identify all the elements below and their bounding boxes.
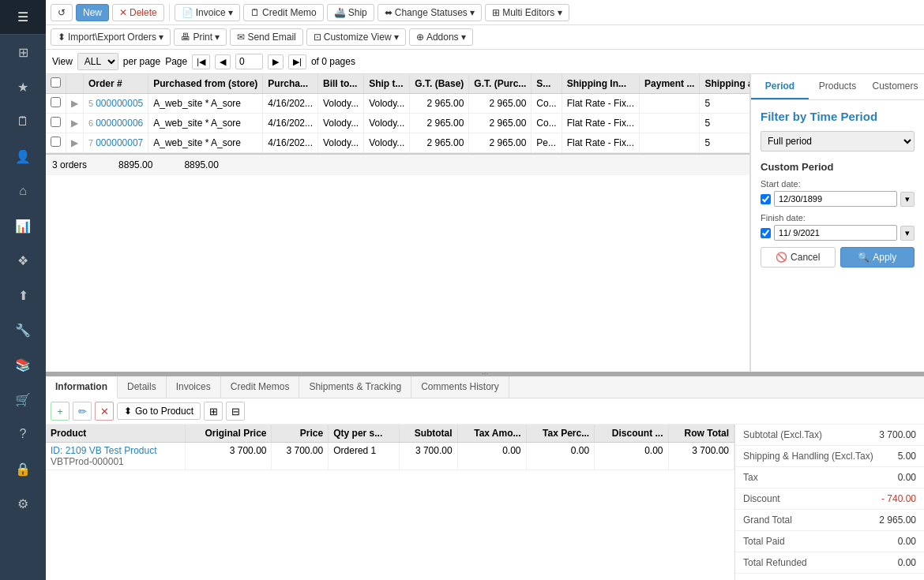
col-orig-price[interactable]: Original Price — [186, 425, 272, 443]
table-row[interactable]: ▶ 7 000000007 A_web_site * A_sore 4/16/2… — [46, 133, 750, 153]
row-checkbox[interactable] — [51, 117, 61, 127]
import-export-button[interactable]: ⬍ Import\Export Orders ▾ — [51, 28, 171, 46]
edit-product-button[interactable]: ✏ — [73, 402, 92, 421]
multi-editors-button[interactable]: ⊞ Multi Editors ▾ — [485, 4, 569, 21]
tab-information[interactable]: Information — [46, 376, 118, 399]
start-date-input[interactable] — [774, 191, 897, 207]
col-tax-amount[interactable]: Tax Amo... — [457, 425, 526, 443]
col-row-total[interactable]: Row Total — [668, 425, 734, 443]
first-page-button[interactable]: |◀ — [192, 54, 210, 69]
per-page-select[interactable]: ALL 25 50 100 — [77, 53, 118, 70]
ship-button[interactable]: 🚢 Ship — [327, 4, 374, 21]
table-row[interactable]: ▶ 5 000000005 A_web_site * A_sore 4/16/2… — [46, 94, 750, 114]
tab-shipments-tracking[interactable]: Shipments & Tracking — [299, 376, 411, 398]
divider1 — [169, 4, 170, 21]
invoice-button[interactable]: 📄 Invoice ▾ — [175, 4, 240, 21]
tab-customers[interactable]: Customers — [866, 74, 924, 99]
summary-label: Grand Total — [743, 515, 792, 526]
col-purchased[interactable]: Purcha... — [263, 74, 318, 94]
col-ship[interactable]: Ship t... — [364, 74, 410, 94]
addons-button[interactable]: ⊕ Addons ▾ — [409, 28, 473, 46]
question-icon[interactable]: ? — [0, 417, 46, 451]
col-subtotal[interactable]: Subtotal — [400, 425, 457, 443]
cell-purchased: 4/16/202... — [263, 94, 318, 114]
col-qty[interactable]: Qty per s... — [329, 425, 400, 443]
start-date-checkbox[interactable] — [761, 194, 771, 204]
last-page-button[interactable]: ▶| — [288, 54, 306, 69]
select-all-checkbox[interactable] — [51, 77, 61, 88]
change-statuses-button[interactable]: ⬌ Change Statuses ▾ — [377, 4, 482, 21]
person-icon[interactable]: 👤 — [0, 139, 46, 174]
expand-cell[interactable]: ▶ — [66, 114, 84, 133]
upload-icon[interactable]: ⬆ — [0, 278, 46, 312]
start-date-picker[interactable]: ▾ — [900, 192, 915, 207]
tab-details[interactable]: Details — [118, 376, 167, 398]
tab-products[interactable]: Products — [809, 74, 866, 99]
cell-shipping-and: 5 — [700, 133, 750, 153]
cancel-button[interactable]: 🚫 Cancel — [761, 247, 836, 268]
merge-button[interactable]: ⊞ — [204, 402, 223, 421]
finish-date-checkbox[interactable] — [761, 228, 771, 238]
lock-icon[interactable]: 🔒 — [0, 451, 46, 486]
product-row[interactable]: ID: 2109 VB Test Product VBTProd-000001 … — [46, 443, 734, 470]
finish-date-picker[interactable]: ▾ — [900, 226, 915, 241]
new-button[interactable]: New — [76, 4, 109, 21]
col-bill[interactable]: Bill to... — [318, 74, 364, 94]
col-shipping-and[interactable]: Shipping an... — [700, 74, 750, 94]
toolbar2: ⬍ Import\Export Orders ▾ 🖶 Print ▾ ✉ Sen… — [46, 25, 924, 50]
grid-icon[interactable]: ⊞ — [0, 35, 46, 69]
tab-invoices[interactable]: Invoices — [167, 376, 221, 398]
col-shipping-info[interactable]: Shipping In... — [562, 74, 639, 94]
credit-memo-button[interactable]: 🗒 Credit Memo — [243, 4, 324, 21]
go-to-product-button[interactable]: ⬍ Go to Product — [117, 402, 201, 420]
delete-button[interactable]: ✕ Delete — [112, 4, 164, 21]
wrench-icon[interactable]: 🔧 — [0, 312, 46, 347]
col-tax-perc[interactable]: Tax Perc... — [526, 425, 595, 443]
customize-view-button[interactable]: ⊡ Customize View ▾ — [306, 28, 406, 46]
col-payment[interactable]: Payment ... — [640, 74, 700, 94]
tab-period[interactable]: Period — [751, 74, 809, 99]
row-checkbox[interactable] — [51, 137, 61, 147]
cell-shipping-and: 5 — [700, 114, 750, 133]
col-discount[interactable]: Discount ... — [595, 425, 668, 443]
col-gt-base[interactable]: G.T. (Base) — [410, 74, 469, 94]
cell-tax-percent: 0.00 — [526, 443, 595, 470]
products-table-wrapper: Product Original Price Price Qty per s..… — [46, 425, 734, 580]
delete-product-button[interactable]: ✕ — [95, 402, 114, 421]
row-checkbox[interactable] — [51, 97, 61, 107]
star-icon[interactable]: ★ — [0, 69, 46, 104]
next-page-button[interactable]: ▶ — [268, 54, 284, 69]
tab-comments-history[interactable]: Comments History — [411, 376, 509, 398]
split-button[interactable]: ⊟ — [226, 402, 245, 421]
refresh-button[interactable]: ↺ — [51, 4, 73, 21]
col-price[interactable]: Price — [272, 425, 329, 443]
expand-cell[interactable]: ▶ — [66, 94, 84, 114]
settings-icon[interactable]: ⚙ — [0, 486, 46, 521]
menu-icon[interactable]: ☰ — [0, 0, 46, 35]
prev-page-button[interactable]: ◀ — [215, 54, 231, 69]
print-button[interactable]: 🖶 Print ▾ — [174, 28, 227, 46]
period-select[interactable]: Full period Today Last 7 days Last 30 da… — [761, 131, 915, 152]
book-icon[interactable]: 📚 — [0, 347, 46, 382]
orders-icon[interactable]: 🛒 — [0, 382, 46, 417]
home-icon[interactable]: ⌂ — [0, 174, 46, 208]
send-email-button[interactable]: ✉ Send Email — [230, 28, 302, 46]
puzzle-icon[interactable]: ❖ — [0, 243, 46, 278]
finish-date-field: ▾ — [761, 225, 915, 241]
col-order-num[interactable]: Order # — [84, 74, 148, 94]
col-status[interactable]: S... — [531, 74, 562, 94]
finish-date-input[interactable] — [774, 225, 897, 241]
page-input[interactable] — [235, 54, 263, 69]
summary-value: 2 965.00 — [879, 515, 916, 526]
expand-cell[interactable]: ▶ — [66, 133, 84, 153]
page-label: Page — [165, 56, 187, 67]
col-gt-purch[interactable]: G.T. (Purc... — [469, 74, 531, 94]
chart-icon[interactable]: 📊 — [0, 208, 46, 243]
document-icon[interactable]: 🗒 — [0, 104, 46, 139]
col-store[interactable]: Purchased from (store) — [148, 74, 263, 94]
apply-button[interactable]: 🔍 Apply — [840, 247, 915, 268]
tab-credit-memos[interactable]: Credit Memos — [221, 376, 300, 398]
add-product-button[interactable]: + — [51, 402, 69, 421]
table-row[interactable]: ▶ 6 000000006 A_web_site * A_sore 4/16/2… — [46, 114, 750, 133]
col-product[interactable]: Product — [46, 425, 186, 443]
